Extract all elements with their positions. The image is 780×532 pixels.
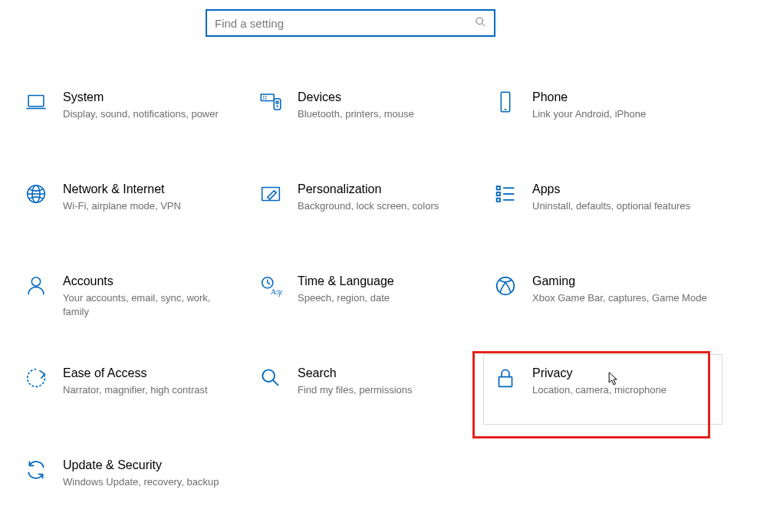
time-language-icon: A 字	[256, 271, 285, 300]
svg-text:字: 字	[276, 290, 283, 297]
tile-desc: Uninstall, defaults, optional features	[532, 199, 690, 213]
apps-list-icon	[491, 179, 520, 209]
tile-phone[interactable]: Phone Link your Android, iPhone	[488, 89, 718, 143]
devices-icon	[256, 87, 285, 117]
svg-rect-12	[501, 92, 509, 112]
tile-apps[interactable]: Apps Uninstall, defaults, optional featu…	[488, 181, 718, 235]
svg-point-25	[31, 277, 40, 286]
tile-desc: Narrator, magnifier, high contrast	[63, 383, 208, 397]
svg-rect-21	[497, 192, 500, 195]
svg-line-28	[268, 283, 271, 284]
tile-update-security[interactable]: Update & Security Windows Update, recove…	[18, 457, 248, 511]
tile-search[interactable]: Search Find my files, permissions	[253, 365, 483, 419]
xbox-icon	[491, 271, 520, 300]
tile-devices[interactable]: Devices Bluetooth, printers, mouse	[253, 89, 483, 143]
globe-icon	[21, 179, 51, 209]
ease-icon	[21, 363, 51, 392]
svg-line-33	[273, 380, 278, 386]
svg-rect-4	[261, 94, 274, 100]
svg-point-10	[276, 101, 278, 103]
svg-rect-19	[497, 186, 500, 189]
tile-desc: Speech, region, date	[298, 291, 394, 305]
tile-title: Apps	[532, 181, 690, 198]
svg-point-0	[476, 17, 483, 24]
tile-desc: Bluetooth, printers, mouse	[298, 107, 414, 121]
tile-desc: Find my files, permissions	[298, 383, 413, 397]
svg-line-1	[482, 23, 485, 26]
tile-title: Network & Internet	[63, 181, 181, 198]
tile-desc: Your accounts, email, sync, work, family	[63, 291, 238, 319]
tile-title: System	[63, 89, 219, 106]
tile-title: Privacy	[532, 365, 666, 382]
tile-desc: Background, lock screen, colors	[298, 199, 439, 213]
tile-title: Devices	[298, 89, 414, 106]
person-icon	[21, 271, 51, 300]
svg-rect-2	[28, 96, 44, 107]
tile-network[interactable]: Network & Internet Wi-Fi, airplane mode,…	[18, 181, 248, 235]
search-icon	[256, 363, 285, 392]
tile-title: Search	[298, 365, 413, 382]
tile-time-language[interactable]: A 字 Time & Language Speech, region, date	[253, 273, 483, 327]
tile-title: Accounts	[63, 273, 238, 290]
svg-rect-23	[497, 199, 500, 202]
tile-title: Time & Language	[298, 273, 394, 290]
phone-icon	[491, 87, 520, 117]
svg-rect-34	[499, 377, 512, 387]
search-box[interactable]	[206, 9, 495, 37]
tile-title: Gaming	[532, 273, 707, 290]
tile-desc: Link your Android, iPhone	[532, 107, 646, 121]
tile-title: Ease of Access	[63, 365, 208, 382]
search-icon	[475, 16, 486, 31]
tile-title: Personalization	[298, 181, 439, 198]
lock-icon	[491, 363, 520, 392]
settings-grid: System Display, sound, notifications, po…	[0, 37, 780, 511]
tile-system[interactable]: System Display, sound, notifications, po…	[18, 89, 248, 143]
svg-line-18	[274, 191, 276, 193]
search-input[interactable]	[215, 17, 475, 30]
tile-desc: Display, sound, notifications, power	[63, 107, 219, 121]
tile-accounts[interactable]: Accounts Your accounts, email, sync, wor…	[18, 273, 248, 327]
tile-gaming[interactable]: Gaming Xbox Game Bar, captures, Game Mod…	[488, 273, 718, 327]
tile-desc: Windows Update, recovery, backup	[63, 475, 219, 489]
svg-point-31	[497, 277, 515, 295]
tile-personalization[interactable]: Personalization Background, lock screen,…	[253, 181, 483, 235]
tile-title: Update & Security	[63, 457, 219, 474]
tile-title: Phone	[532, 89, 646, 106]
tile-desc: Location, camera, microphone	[532, 383, 666, 397]
svg-point-32	[262, 369, 275, 382]
tile-ease-of-access[interactable]: Ease of Access Narrator, magnifier, high…	[18, 365, 248, 419]
tile-desc: Wi-Fi, airplane mode, VPN	[63, 199, 181, 213]
pen-icon	[256, 179, 285, 209]
tile-privacy[interactable]: Privacy Location, camera, microphone	[488, 365, 718, 419]
update-icon	[21, 455, 51, 484]
tile-desc: Xbox Game Bar, captures, Game Mode	[532, 291, 707, 305]
laptop-icon	[21, 87, 51, 117]
